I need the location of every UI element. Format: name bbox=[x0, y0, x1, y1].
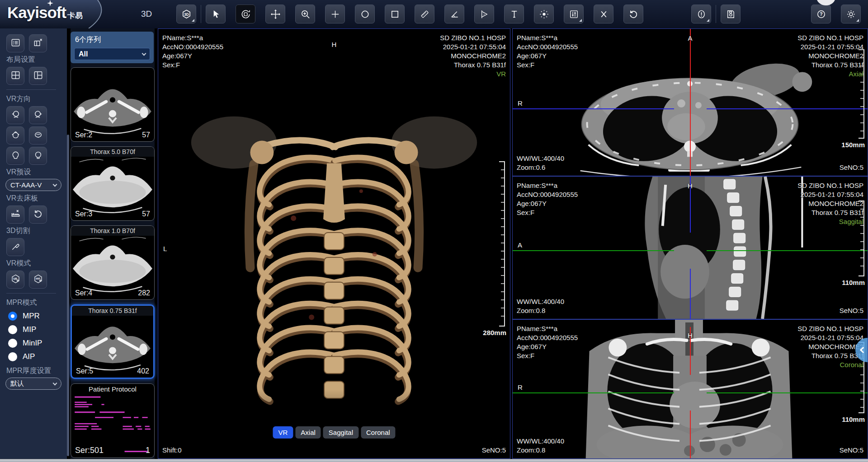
help-icon: ? bbox=[816, 9, 826, 19]
series-image-count: 402 bbox=[137, 367, 149, 375]
vr-mode-label: VR模式 bbox=[0, 259, 67, 268]
series-filter-value: All bbox=[79, 50, 88, 58]
mpr-thickness-value: 默认 bbox=[10, 379, 24, 388]
shift-label: Shift:0 bbox=[162, 446, 182, 455]
vr-head-back-button[interactable] bbox=[29, 147, 47, 165]
radio-icon[interactable] bbox=[8, 339, 17, 348]
rotate-3d-tool-button[interactable] bbox=[236, 5, 255, 23]
crosshair-vertical-line[interactable] bbox=[690, 269, 691, 319]
series-thumbnail[interactable]: Thorax 0.75 B31f Ser:5 402 bbox=[71, 304, 155, 379]
vr-skeleton-render bbox=[158, 29, 510, 458]
help-tool-button[interactable]: ? bbox=[811, 5, 831, 23]
crosshair-horizontal-line[interactable] bbox=[513, 108, 674, 109]
series-thumbnail[interactable]: Patient Protocol Ser:501 1 bbox=[71, 383, 155, 458]
coronal-viewport[interactable]: H R PName:S***aAccNO:0004920555 Age:067Y… bbox=[512, 319, 868, 459]
mpr-mode-option-mpr[interactable]: MPR bbox=[0, 309, 67, 323]
svg-text:3D: 3D bbox=[184, 12, 189, 16]
patient-name: PName:S***a bbox=[162, 33, 223, 42]
axial-viewport[interactable]: A R PName:S***aAccNO:0004920555 Age:067Y… bbox=[512, 28, 868, 176]
crosshair-vertical-line[interactable] bbox=[690, 29, 691, 176]
layout-list-button[interactable] bbox=[6, 34, 24, 52]
series-thumbnail[interactable]: Ser:2 57 bbox=[71, 67, 155, 142]
axial-view-button[interactable]: Axial bbox=[295, 426, 321, 439]
mpr-mode-option-aip[interactable]: AIP bbox=[0, 350, 67, 364]
crosshair-vertical-line[interactable] bbox=[690, 411, 691, 458]
angle-tool-button[interactable] bbox=[444, 5, 464, 23]
crosshair-horizontal-line[interactable] bbox=[707, 392, 868, 393]
svg-text:VR: VR bbox=[13, 277, 17, 280]
scale-ruler bbox=[495, 161, 505, 329]
series-scrollbar[interactable] bbox=[67, 135, 69, 456]
vr-render-mode-button[interactable]: VR bbox=[6, 271, 24, 289]
crosshair-horizontal-line[interactable] bbox=[513, 250, 674, 251]
mpr-mode-option-mip[interactable]: MIP bbox=[0, 323, 67, 336]
rectangle-tool-button[interactable] bbox=[385, 5, 405, 23]
window-level-value: WW/WL:400/40 bbox=[517, 297, 564, 306]
scalpel-cut-button[interactable] bbox=[6, 238, 24, 256]
cobb-angle-tool-button[interactable] bbox=[474, 5, 494, 23]
radio-selected-icon[interactable] bbox=[8, 312, 17, 321]
vr-viewport[interactable]: H L PName:S***a AccNO:0004920555 Age:067… bbox=[158, 28, 510, 459]
brightness-tool-button[interactable] bbox=[534, 5, 554, 23]
series-title: Thorax 1.0 B70f bbox=[71, 226, 154, 236]
remove-bed-button[interactable] bbox=[6, 205, 24, 224]
view-type-label: Saggital bbox=[797, 217, 863, 226]
crosshair-horizontal-line[interactable] bbox=[707, 108, 868, 109]
reset-tool-button[interactable] bbox=[623, 5, 643, 23]
cursor-tool-button[interactable] bbox=[206, 5, 226, 23]
study-info: SD ZIBO NO.1 HOSP2025-01-21 07:55:04 MON… bbox=[797, 33, 863, 79]
bed-reset-button[interactable] bbox=[29, 205, 47, 224]
orientation-marker-left: L bbox=[163, 245, 167, 252]
pan-tool-button[interactable] bbox=[265, 5, 285, 23]
app-root: Kayisoft 卡易 3D 3D ? 布局设置 VR方向 bbox=[0, 0, 868, 462]
dropdown-corner-icon bbox=[856, 19, 859, 22]
scale-label: 110mm bbox=[842, 279, 865, 286]
text-annotation-tool-button[interactable] bbox=[504, 5, 524, 23]
series-filter-select[interactable]: All bbox=[74, 48, 150, 60]
crosshair-horizontal-line[interactable] bbox=[513, 392, 674, 393]
ruler-tool-button[interactable] bbox=[415, 5, 434, 23]
settings-tool-button[interactable] bbox=[841, 5, 861, 23]
radio-icon[interactable] bbox=[8, 352, 17, 361]
vr-view-button[interactable]: VR bbox=[273, 426, 293, 439]
saggital-view-button[interactable]: Saggital bbox=[323, 426, 359, 439]
alert-icon bbox=[696, 9, 707, 19]
save-tool-button[interactable] bbox=[721, 5, 741, 23]
crosshair-horizontal-line[interactable] bbox=[707, 250, 868, 251]
logo-sparkle-icon bbox=[47, 0, 53, 6]
grid-layout-button[interactable] bbox=[6, 67, 24, 85]
series-count-label: 6个序列 bbox=[75, 35, 150, 45]
window-level-tool-button[interactable] bbox=[564, 5, 584, 23]
alert-tool-button[interactable] bbox=[691, 5, 711, 23]
vr-preset-select[interactable]: CT-AAA-V bbox=[5, 179, 61, 191]
vr-head-right-button[interactable] bbox=[29, 106, 47, 124]
ellipse-tool-button[interactable] bbox=[355, 5, 375, 23]
mpr-thickness-select[interactable]: 默认 bbox=[5, 378, 61, 390]
split-layout-button[interactable] bbox=[29, 67, 47, 85]
crosshair-tool-button[interactable] bbox=[325, 5, 345, 23]
bed-reset-icon bbox=[33, 209, 43, 221]
mpr-mode-option-minip[interactable]: MinIP bbox=[0, 336, 67, 350]
sagittal-viewport[interactable]: H A PName:S***aAccNO:0004920555 Age:067Y… bbox=[512, 176, 868, 319]
series-description: Thorax 0.75 B31f bbox=[440, 61, 506, 70]
mip-render-mode-button[interactable]: MIP bbox=[29, 271, 47, 289]
layout-close-icon bbox=[33, 37, 43, 50]
series-thumbnail[interactable]: Thorax 5.0 B70f Ser:3 57 bbox=[71, 146, 155, 221]
delete-tool-button[interactable] bbox=[594, 5, 613, 23]
vr-head-left-button[interactable] bbox=[6, 106, 24, 124]
vr-head-top-button[interactable] bbox=[6, 126, 24, 145]
vr-head-front-button[interactable] bbox=[6, 147, 24, 165]
hospital-name: SD ZIBO NO.1 HOSP bbox=[440, 33, 506, 42]
series-thumbnail[interactable]: Thorax 1.0 B70f Ser:4 282 bbox=[71, 225, 155, 300]
patient-info: PName:S***aAccNO:0004920555 Age:067YSex:… bbox=[517, 324, 578, 360]
zoom-in-tool-button[interactable] bbox=[295, 5, 315, 23]
layout-close-button[interactable] bbox=[29, 34, 47, 52]
bed-remove-icon bbox=[10, 209, 21, 221]
series-thumbnail-image bbox=[71, 147, 154, 220]
view-3d-tool-button[interactable]: 3D bbox=[176, 5, 196, 23]
vr-head-bottom-button[interactable] bbox=[29, 126, 47, 145]
radio-icon[interactable] bbox=[8, 325, 17, 334]
series-thumbnail-image bbox=[71, 68, 154, 141]
orientation-marker-head: H bbox=[688, 331, 693, 339]
coronal-view-button[interactable]: Coronal bbox=[361, 426, 396, 439]
